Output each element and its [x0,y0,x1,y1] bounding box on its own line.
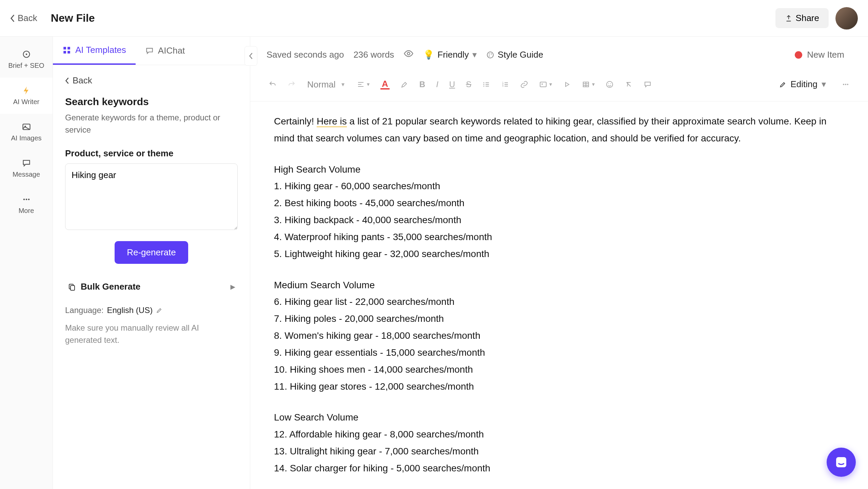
emoji-button[interactable] [604,78,616,91]
edit-icon [156,307,163,314]
bullet-list-button[interactable] [480,78,492,91]
table-button[interactable]: ▾ [580,78,597,91]
chevron-down-icon: ▾ [822,79,826,90]
doc-line: 12. Affordable hiking gear - 8,000 searc… [274,426,844,443]
svg-point-20 [484,85,485,86]
eye-icon [403,48,414,59]
svg-point-29 [610,83,611,84]
visibility-toggle[interactable] [403,48,414,61]
share-button[interactable]: Share [775,8,829,28]
nav-ai-writer[interactable]: AI Writer [0,78,53,114]
panel-title: Search keywords [65,96,238,107]
sidebar-tabs: AI Templates AIChat [53,37,250,65]
nav-label: Message [13,171,40,178]
doc-line: 13. Ultralight hiking gear - 7,000 searc… [274,443,844,460]
svg-point-31 [845,84,846,85]
svg-point-14 [487,52,493,58]
doc-line: 3. Hiking backpack - 40,000 searches/mon… [274,212,844,229]
more-toolbar-button[interactable] [840,78,852,91]
new-item-label: New Item [807,50,844,60]
nav-more[interactable]: More [0,187,53,223]
nav-brief-seo[interactable]: Brief + SEO [0,41,53,78]
text-color-button[interactable]: A [378,77,392,92]
strikethrough-button[interactable]: S [464,78,473,91]
numbered-list-button[interactable]: 123 [499,78,511,91]
back-button-top[interactable]: Back [10,13,37,23]
file-title[interactable]: New File [51,12,95,24]
clear-format-button[interactable] [623,78,635,91]
nav-label: AI Writer [13,98,39,106]
doc-intro-link[interactable]: Here is [317,116,347,127]
disclaimer-text: Make sure you manually review all AI gen… [65,322,238,346]
palette-icon [486,51,494,59]
svg-point-16 [491,53,492,54]
language-value: English (US) [107,306,153,315]
comment-button[interactable] [642,78,654,91]
nav-label: More [19,207,34,215]
svg-point-27 [607,81,613,87]
style-guide-label: Style Guide [498,50,543,60]
editing-mode-label: Editing [791,79,818,90]
svg-point-13 [408,52,410,55]
document-body[interactable]: Certainly! Here is a list of 21 popular … [250,101,868,489]
panel-description: Generate keywords for a theme, product o… [65,112,238,136]
upload-icon [785,15,792,22]
copy-icon [68,283,76,291]
back-label-top: Back [18,13,37,23]
tab-ai-templates[interactable]: AI Templates [53,37,136,65]
chevron-down-icon: ▾ [472,50,477,60]
language-row[interactable]: Language: English (US) [65,306,238,315]
message-icon [22,158,31,168]
regenerate-button[interactable]: Re-generate [115,241,188,264]
editor-area: Saved seconds ago 236 words 💡 Friendly ▾… [250,37,868,489]
doc-section-heading: High Search Volume [274,161,844,178]
paragraph-style-select[interactable]: Normal [304,77,348,92]
saved-status: Saved seconds ago [267,50,344,60]
link-button[interactable] [518,78,530,91]
nav-ai-images[interactable]: AI Images [0,114,53,150]
panel-back-label: Back [73,75,92,86]
highlight-button[interactable] [398,78,411,91]
collapse-sidebar-button[interactable] [244,46,257,66]
italic-button[interactable]: I [434,78,440,91]
redo-button[interactable] [285,78,298,91]
style-guide-button[interactable]: Style Guide [486,50,543,60]
theme-input[interactable]: Hiking gear [65,163,238,230]
video-button[interactable] [561,78,573,91]
chevron-right-icon: ▸ [231,281,235,292]
svg-rect-12 [71,286,75,290]
underline-button[interactable]: U [447,78,457,91]
doc-line: 6. Hiking gear list - 22,000 searches/mo… [274,293,844,310]
bold-button[interactable]: B [417,78,427,91]
svg-rect-7 [63,47,66,50]
intercom-icon [834,455,848,469]
nav-label: AI Images [11,134,41,142]
chat-icon [145,46,154,55]
doc-line: 14. Solar charger for hiking - 5,000 sea… [274,460,844,477]
svg-point-30 [843,84,844,85]
pencil-icon [779,81,787,88]
share-label: Share [796,13,819,23]
tone-selector[interactable]: 💡 Friendly ▾ [423,50,476,60]
new-item-button[interactable]: New Item [787,46,852,63]
target-icon [22,50,31,59]
svg-point-17 [489,55,490,56]
image-button[interactable]: ▾ [537,78,554,91]
svg-point-15 [489,53,490,54]
panel-back-button[interactable]: Back [65,75,238,86]
avatar[interactable] [835,7,858,30]
svg-text:3: 3 [502,85,504,87]
language-label: Language: [65,306,103,315]
help-chat-button[interactable] [827,448,856,477]
bulk-generate-row[interactable]: Bulk Generate ▸ [65,276,238,297]
editing-mode-select[interactable]: Editing ▾ [772,75,833,94]
bolt-icon [22,86,31,95]
svg-point-5 [25,199,27,200]
svg-rect-10 [67,51,70,54]
align-button[interactable]: ▾ [355,78,372,91]
tab-aichat[interactable]: AIChat [136,37,195,65]
doc-line: 1. Hiking gear - 60,000 searches/month [274,178,844,195]
undo-button[interactable] [267,78,279,91]
doc-line: 10. Hiking shoes men - 14,000 searches/m… [274,361,844,378]
nav-message[interactable]: Message [0,150,53,187]
